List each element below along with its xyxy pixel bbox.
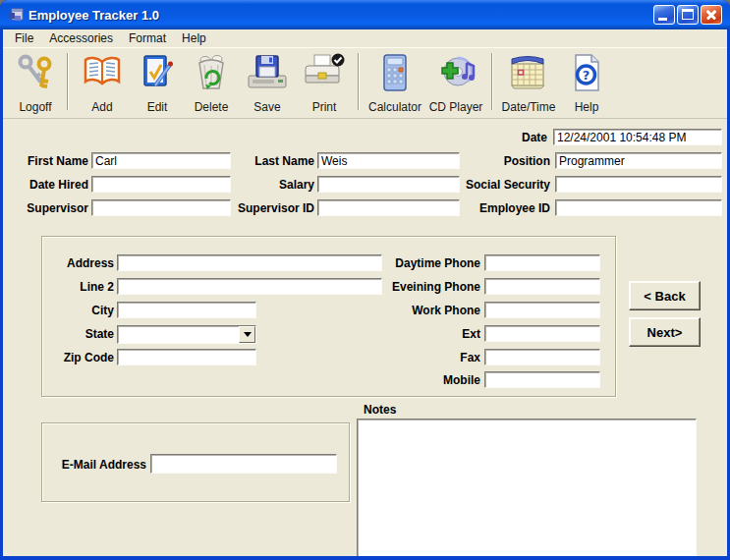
work-phone-label: Work Phone: [368, 304, 480, 317]
last-name-label: Last Name: [229, 154, 314, 168]
client-area: File Accessories Format Help Logoff: [3, 29, 727, 556]
cd-icon: [434, 52, 477, 93]
tool-label: Add: [91, 100, 112, 114]
edit-button[interactable]: Edit: [131, 51, 184, 114]
zip-code-input[interactable]: [117, 349, 256, 365]
tool-label: Save: [253, 100, 280, 114]
calculator-button[interactable]: Calculator: [365, 51, 425, 114]
next-button[interactable]: Next>: [629, 317, 701, 347]
city-input[interactable]: [117, 302, 256, 318]
email-label: E-Mail Address: [50, 458, 146, 472]
daytime-phone-input[interactable]: [484, 254, 600, 271]
delete-button[interactable]: Delete: [184, 51, 239, 114]
tool-label: Delete: [195, 100, 229, 114]
toolbar-separator: [358, 53, 360, 110]
svg-text:?: ?: [583, 68, 590, 83]
employee-id-label: Employee ID: [462, 201, 550, 215]
social-security-label: Social Security: [462, 178, 550, 192]
tool-label: Calculator: [368, 100, 421, 114]
date-hired-label: Date Hired: [13, 178, 88, 192]
supervisor-label: Supervisor: [13, 201, 88, 215]
logoff-button[interactable]: Logoff: [9, 51, 62, 114]
evening-phone-label: Eveining Phone: [368, 280, 480, 294]
calculator-icon: [375, 52, 415, 93]
tool-label: Date/Time: [502, 100, 556, 114]
first-name-input[interactable]: [91, 152, 231, 169]
date-input[interactable]: [553, 129, 722, 145]
add-button[interactable]: Add: [74, 51, 131, 114]
close-icon: [702, 6, 721, 24]
email-input[interactable]: [150, 454, 337, 474]
recycle-bin-icon: [191, 52, 232, 93]
address-label: Address: [46, 256, 114, 270]
salary-input[interactable]: [317, 176, 460, 193]
tool-label: CD Player: [429, 100, 483, 114]
back-button[interactable]: < Back: [629, 281, 701, 310]
calendar-icon: [507, 52, 550, 93]
help-page-icon: ?: [567, 52, 606, 93]
email-groupbox: E-Mail Address: [41, 422, 350, 502]
print-button[interactable]: Print: [296, 51, 353, 114]
save-button[interactable]: Save: [239, 51, 296, 114]
menu-help[interactable]: Help: [174, 30, 214, 46]
date-time-button[interactable]: Date/Time: [498, 51, 559, 114]
toolbar: Logoff Add: [3, 47, 727, 119]
supervisor-id-label: Supervisor ID: [233, 201, 314, 215]
first-name-label: First Name: [13, 154, 88, 168]
tool-label: Logoff: [19, 100, 51, 114]
zip-code-label: Zip Code: [46, 351, 114, 364]
app-window: Employee Tracker 1.0 File Accessories Fo…: [0, 0, 730, 560]
tool-label: Help: [575, 100, 599, 114]
address-book-icon: [81, 52, 124, 93]
mobile-label: Mobile: [368, 373, 480, 387]
floppy-disk-icon: [246, 52, 289, 93]
notes-textarea[interactable]: [357, 419, 697, 556]
close-button[interactable]: [701, 5, 722, 25]
fax-input[interactable]: [484, 349, 600, 365]
minimize-button[interactable]: [653, 5, 675, 25]
keys-icon: [14, 52, 57, 93]
mobile-input[interactable]: [484, 371, 600, 388]
state-label: State: [46, 327, 114, 341]
title-bar[interactable]: Employee Tracker 1.0: [0, 0, 730, 29]
menu-accessories[interactable]: Accessories: [41, 30, 121, 46]
help-button[interactable]: ? Help: [559, 51, 614, 114]
ext-label: Ext: [368, 327, 480, 341]
daytime-phone-label: Daytime Phone: [368, 256, 480, 270]
toolbar-separator: [491, 53, 493, 110]
supervisor-id-input[interactable]: [317, 199, 460, 216]
supervisor-input[interactable]: [91, 199, 231, 216]
date-hired-input[interactable]: [91, 176, 231, 193]
social-security-input[interactable]: [555, 176, 722, 193]
address-input[interactable]: [117, 254, 382, 271]
state-dropdown-button[interactable]: [239, 326, 255, 343]
salary-label: Salary: [229, 178, 314, 192]
employee-id-input[interactable]: [555, 199, 722, 216]
maximize-button[interactable]: [677, 5, 699, 25]
position-input[interactable]: [555, 152, 722, 169]
fax-label: Fax: [368, 351, 480, 364]
menu-format[interactable]: Format: [121, 30, 174, 46]
maximize-icon: [682, 9, 694, 20]
minimize-icon: [658, 18, 667, 21]
notes-label: Notes: [364, 403, 422, 417]
work-phone-input[interactable]: [484, 302, 600, 318]
evening-phone-input[interactable]: [484, 278, 600, 295]
tool-label: Edit: [147, 100, 168, 114]
cd-player-button[interactable]: CD Player: [425, 51, 486, 114]
city-label: City: [46, 304, 114, 317]
position-label: Position: [462, 154, 550, 168]
window-title: Employee Tracker 1.0: [28, 8, 653, 23]
state-select[interactable]: [117, 325, 256, 344]
line2-input[interactable]: [117, 278, 382, 295]
ext-input[interactable]: [484, 325, 600, 342]
toolbar-separator: [67, 53, 69, 110]
date-label: Date: [445, 131, 547, 144]
line2-label: Line 2: [46, 280, 114, 294]
last-name-input[interactable]: [317, 152, 460, 169]
chevron-down-icon: [244, 332, 252, 337]
printer-icon: [303, 52, 346, 93]
tool-label: Print: [312, 100, 337, 114]
menu-bar: File Accessories Format Help: [3, 29, 727, 47]
menu-file[interactable]: File: [7, 30, 41, 46]
